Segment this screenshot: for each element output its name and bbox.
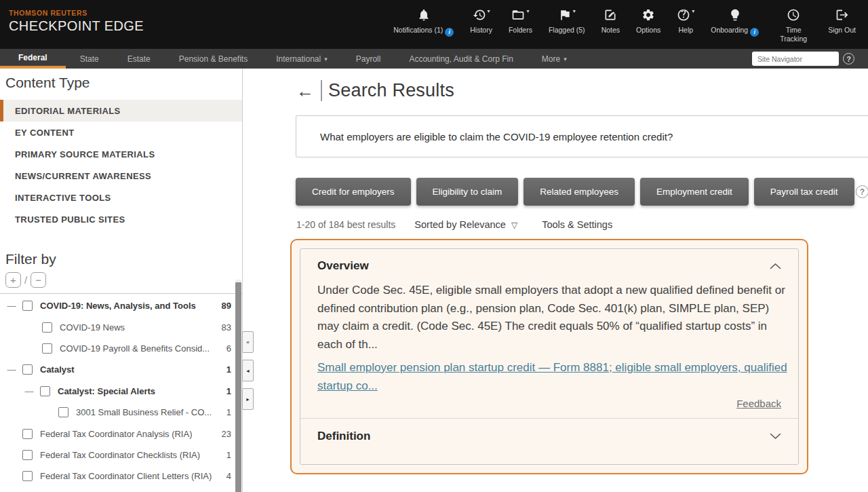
sidebar-item-editorial-materials[interactable]: EDITORIAL MATERIALS (0, 100, 242, 121)
back-arrow-icon[interactable]: ← (296, 82, 314, 100)
notes-button[interactable]: Notes (593, 7, 628, 34)
overview-title: Overview (317, 259, 369, 273)
collapse-dash-icon[interactable]: — (24, 386, 34, 396)
site-navigator: ? (752, 52, 854, 66)
notes-label: Notes (601, 26, 620, 34)
collapse-sidebar-button[interactable]: « (242, 331, 254, 353)
time-tracking-button[interactable]: Time Tracking (767, 7, 820, 43)
filter-label: COVID-19 News (60, 322, 125, 333)
sign-out-button[interactable]: Sign Out (820, 7, 864, 34)
time-tracking-label: Time Tracking (775, 26, 812, 43)
checkbox[interactable] (42, 343, 52, 354)
tab-pension-label: Pension & Benefits (179, 54, 248, 64)
title-divider (321, 80, 322, 101)
checkbox[interactable] (22, 450, 33, 460)
filter-row-3001-small-business-relief[interactable]: 3001 Small Business Relief - CO... 1 (0, 402, 242, 423)
flagged-button[interactable]: ▾ Flagged (5) (540, 7, 593, 34)
checkbox[interactable] (22, 429, 33, 439)
feedback-link[interactable]: Feedback (736, 398, 781, 409)
filter-row-covid19-group[interactable]: — COVID-19: News, Analysis, and Tools 89 (0, 295, 242, 316)
history-button[interactable]: ▾ History (462, 7, 500, 34)
tab-pension-benefits[interactable]: Pension & Benefits (165, 49, 262, 69)
filter-row-catalyst-special-alerts[interactable]: — Catalyst: Special Alerts 1 (0, 381, 242, 402)
filter-row-catalyst[interactable]: — Catalyst 1 (0, 359, 242, 380)
collapse-all-button[interactable]: − (31, 272, 46, 288)
expand-sidebar-button[interactable]: ► (242, 388, 254, 410)
tab-international[interactable]: International▾ (262, 49, 342, 69)
filter-row-ftc-checklists[interactable]: Federal Tax Coordinator Checklists (RIA)… (0, 444, 242, 466)
filter-label: Catalyst: Special Alerts (58, 386, 155, 396)
filter-by-heading: Filter by (0, 245, 242, 267)
clock-icon (787, 7, 800, 22)
filter-count: 89 (222, 301, 231, 311)
chevron-down-icon[interactable] (770, 433, 781, 440)
checkbox[interactable] (42, 322, 52, 333)
sidebar-item-primary-source-materials[interactable]: PRIMARY SOURCE MATERIALS (0, 143, 242, 165)
sidebar-item-ey-content[interactable]: EY CONTENT (0, 121, 242, 143)
results-toolbar: 1-20 of 184 best results Sorted by Relev… (296, 219, 612, 230)
tab-more[interactable]: More▾ (528, 49, 581, 69)
tab-state[interactable]: State (66, 49, 113, 69)
sidebar: Content Type EDITORIAL MATERIALS EY CONT… (0, 69, 243, 492)
flagged-label: Flagged (5) (549, 26, 585, 34)
tab-estate[interactable]: Estate (113, 49, 165, 69)
history-icon: ▾ (473, 7, 490, 22)
help-button[interactable]: ▾ Help (669, 7, 703, 34)
tools-settings-button[interactable]: Tools & Settings (542, 219, 612, 230)
chevron-up-icon[interactable] (770, 263, 781, 269)
practice-area-nav: Federal State Estate Pension & Benefits … (0, 49, 868, 69)
chip-eligibility-to-claim[interactable]: Eligibility to claim (416, 178, 519, 206)
sidebar-item-trusted-public-sites[interactable]: TRUSTED PUBLIC SITES (0, 208, 242, 230)
sidebar-scrollbar-thumb[interactable] (235, 282, 241, 492)
chip-payroll-tax-credit[interactable]: Payroll tax credit (754, 178, 854, 206)
lightbulb-icon (728, 7, 742, 22)
sidebar-item-interactive-tools[interactable]: INTERACTIVE TOOLS (0, 187, 242, 208)
sort-dropdown[interactable]: Sorted by Relevance▽ (414, 219, 517, 230)
filter-expand-controls: + / − (5, 272, 242, 288)
sidebar-item-news-current-awareness[interactable]: NEWS/CURRENT AWARENESS (0, 165, 242, 187)
chips-help-icon[interactable]: ? (856, 185, 868, 198)
shrink-sidebar-button[interactable]: ◄ (242, 360, 254, 381)
search-query-box[interactable]: What employers are eligible to claim the… (296, 115, 868, 157)
tab-accounting-audit-corp-fin[interactable]: Accounting, Audit & Corp Fin (395, 49, 527, 69)
chip-credit-for-employers[interactable]: Credit for employers (296, 178, 411, 206)
filter-row-covid19-payroll[interactable]: COVID-19 Payroll & Benefits Consid... 6 (0, 338, 242, 359)
definition-title: Definition (317, 430, 370, 443)
overview-section-header[interactable]: Overview (300, 249, 798, 273)
collapse-dash-icon[interactable]: — (7, 364, 16, 375)
checkbox[interactable] (22, 301, 33, 311)
chip-employment-credit[interactable]: Employment credit (640, 178, 749, 206)
sort-label: Sorted by Relevance (414, 219, 506, 230)
tab-federal[interactable]: Federal (0, 49, 66, 69)
filter-label: Catalyst (40, 364, 75, 375)
options-button[interactable]: Options (628, 7, 669, 34)
feedback-row: Feedback (300, 395, 798, 418)
folders-button[interactable]: ▾ Folders (500, 7, 540, 34)
collapse-dash-icon[interactable]: — (7, 301, 16, 311)
filter-row-ftc-analysis[interactable]: Federal Tax Coordinator Analysis (RIA) 2… (0, 423, 242, 444)
tab-payroll[interactable]: Payroll (342, 49, 395, 69)
expand-separator: / (24, 274, 27, 286)
site-navigator-help-icon[interactable]: ? (843, 53, 854, 64)
overview-result-link[interactable]: Small employer pension plan startup cred… (317, 358, 793, 395)
filter-row-covid19-news[interactable]: COVID-19 News 83 (0, 316, 242, 337)
chevron-down-icon: ▾ (526, 8, 529, 14)
results-summary: 1-20 of 184 best results (296, 219, 395, 230)
checkbox[interactable] (40, 386, 50, 396)
checkbox[interactable] (22, 364, 33, 375)
checkbox[interactable] (22, 471, 33, 481)
notifications-button[interactable]: Notifications (1)i (385, 7, 462, 37)
chip-related-employees[interactable]: Related employees (524, 178, 635, 206)
site-navigator-input[interactable] (752, 52, 839, 66)
filter-count: 1 (226, 364, 231, 375)
chevron-down-icon: ▾ (692, 8, 694, 14)
help-icon: ▾ (677, 7, 694, 22)
filter-row-federal-tax-handbook[interactable]: Federal Tax Handbook (RIA) 2 (0, 487, 242, 492)
onboarding-button[interactable]: Onboardingi (703, 7, 767, 37)
definition-section-header[interactable]: Definition (300, 419, 798, 443)
tab-state-label: State (80, 54, 99, 64)
chevron-down-icon: ▾ (488, 8, 490, 14)
checkbox[interactable] (58, 407, 68, 417)
expand-all-button[interactable]: + (5, 272, 21, 288)
filter-row-ftc-client-letters[interactable]: Federal Tax Coordinator Client Letters (… (0, 466, 242, 487)
